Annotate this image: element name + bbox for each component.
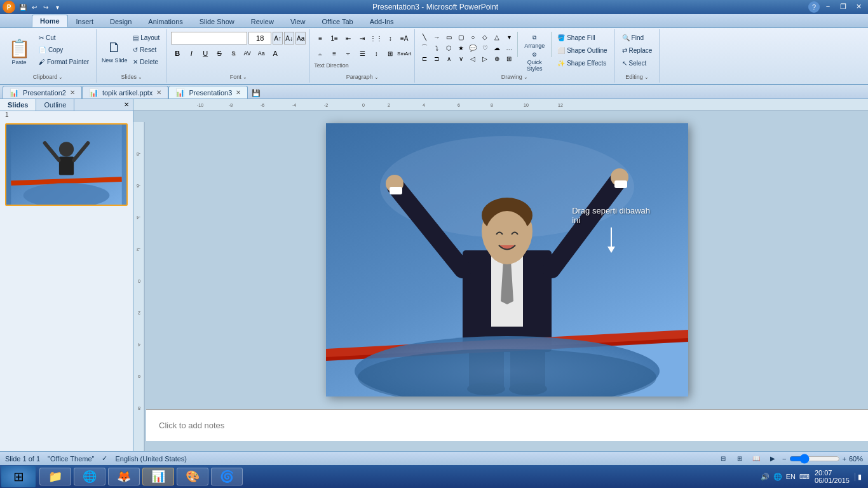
delete-button[interactable]: ✕ Delete xyxy=(130,56,163,67)
shape-diamond-btn[interactable]: ◇ xyxy=(479,32,491,42)
find-button[interactable]: 🔍 Find xyxy=(619,32,656,43)
shape-s6-btn[interactable]: ▷ xyxy=(479,53,491,64)
shape-oval-btn[interactable]: ○ xyxy=(467,32,478,42)
shape-triangle-btn[interactable]: △ xyxy=(491,32,503,42)
replace-button[interactable]: ⇄ Replace xyxy=(619,44,656,56)
cut-button[interactable]: ✂ Cut xyxy=(36,32,92,43)
editing-expand[interactable]: ⌄ xyxy=(644,74,649,80)
font-clear-btn[interactable]: Aa xyxy=(295,32,306,44)
align-left-btn[interactable]: ⫠ xyxy=(314,47,327,60)
char-spacing-btn[interactable]: AV xyxy=(241,47,254,60)
layout-button[interactable]: ▤ Layout xyxy=(130,32,163,43)
strikethrough-button[interactable]: S xyxy=(213,47,226,60)
slide-canvas[interactable]: Drag seperti dibawah ini xyxy=(326,123,688,396)
shape-line-btn[interactable]: ╲ xyxy=(419,32,430,42)
shape-s3-btn[interactable]: ∧ xyxy=(443,53,454,64)
shape-more2-btn[interactable]: … xyxy=(503,43,515,53)
shape-callout-btn[interactable]: 💬 xyxy=(467,43,478,53)
cols-btn[interactable]: ⋮⋮ xyxy=(370,32,383,44)
shape-fill-button[interactable]: 🪣 Shape Fill xyxy=(554,32,610,43)
taskbar-firefox[interactable]: 🦊 xyxy=(108,468,140,485)
restore-btn[interactable]: ❐ xyxy=(836,1,850,11)
normal-view-btn[interactable]: ⊟ xyxy=(716,453,730,464)
copy-button[interactable]: 📄 Copy xyxy=(36,44,92,55)
paragraph-expand[interactable]: ⌄ xyxy=(374,74,379,80)
shape-s5-btn[interactable]: ◁ xyxy=(467,53,478,64)
font-color-btn[interactable]: A xyxy=(269,47,281,60)
tab-save-icon[interactable]: 💾 xyxy=(248,88,264,98)
align-right-btn[interactable]: ⫟ xyxy=(342,47,355,60)
zoom-plus[interactable]: + xyxy=(843,455,846,463)
tab-insert[interactable]: Insert xyxy=(68,15,102,27)
slides-tab-outline[interactable]: Outline xyxy=(36,99,74,111)
inc-indent-btn[interactable]: ⇥ xyxy=(356,32,369,44)
shape-connector-btn[interactable]: ⤵ xyxy=(431,43,442,53)
redo-quick-btn[interactable]: ↪ xyxy=(41,2,51,12)
drawing-expand[interactable]: ⌄ xyxy=(524,74,528,80)
slides-tab-slides[interactable]: Slides xyxy=(0,99,36,111)
taskbar-photoshop[interactable]: 🎨 xyxy=(177,468,208,485)
taskbar-ie[interactable]: 🌐 xyxy=(74,468,105,485)
tab-home[interactable]: Home xyxy=(32,15,68,27)
shadow-button[interactable]: S xyxy=(227,47,240,60)
select-button[interactable]: ↖ Select xyxy=(619,57,656,69)
font-size-input[interactable] xyxy=(248,32,271,44)
justify-btn[interactable]: ☰ xyxy=(356,47,369,60)
qa-dropdown-btn[interactable]: ▾ xyxy=(52,2,62,12)
help-btn[interactable]: ? xyxy=(808,1,820,13)
tab-addins[interactable]: Add-Ins xyxy=(362,15,402,27)
arrange-button[interactable]: ⧉ Arrange xyxy=(520,32,548,51)
slideshow-btn[interactable]: ▶ xyxy=(766,453,780,464)
font-expand[interactable]: ⌄ xyxy=(243,74,247,80)
notes-area[interactable]: Click to add notes xyxy=(146,409,868,441)
tab-presentation3[interactable]: 📊 Presentation3 ✕ xyxy=(168,86,248,98)
tab-topik-close[interactable]: ✕ xyxy=(156,89,161,96)
shape-s7-btn[interactable]: ⊕ xyxy=(491,53,503,64)
quick-styles-button[interactable]: ⚙ Quick Styles xyxy=(520,52,548,71)
tab-topik[interactable]: 📊 topik artikel.pptx ✕ xyxy=(82,86,168,98)
tab-design[interactable]: Design xyxy=(102,15,140,27)
save-quick-btn[interactable]: 💾 xyxy=(18,2,28,12)
tab-presentation2-close[interactable]: ✕ xyxy=(70,89,75,96)
shape-outline-button[interactable]: ⬜ Shape Outline xyxy=(554,44,610,56)
line-spacing-btn[interactable]: ↕ xyxy=(370,47,383,60)
tab-officetab[interactable]: Office Tab xyxy=(314,15,362,27)
shape-star-btn[interactable]: ★ xyxy=(455,43,466,53)
tab-review[interactable]: Review xyxy=(243,15,282,27)
taskbar-folder[interactable]: 📁 xyxy=(39,468,71,485)
clipboard-expand[interactable]: ⌄ xyxy=(58,74,63,80)
case-change-btn[interactable]: Aa xyxy=(255,47,268,60)
show-desktop-btn[interactable]: ▮ xyxy=(855,473,862,481)
tab-slideshow[interactable]: Slide Show xyxy=(191,15,243,27)
dir-btn[interactable]: ↕ xyxy=(384,32,397,44)
zoom-minus[interactable]: − xyxy=(782,455,786,463)
slide-thumbnail-1[interactable] xyxy=(5,123,128,206)
shape-arrow-btn[interactable]: → xyxy=(431,32,442,42)
smartart-btn[interactable]: SmArt xyxy=(398,47,410,60)
slides-panel-close[interactable]: ✕ xyxy=(120,99,133,111)
reset-button[interactable]: ↺ Reset xyxy=(130,44,163,55)
para-col-btn[interactable]: ⊞ xyxy=(384,47,397,60)
minimize-btn[interactable]: − xyxy=(821,1,835,11)
format-painter-button[interactable]: 🖌 Format Painter xyxy=(36,56,92,67)
taskbar-powerpoint[interactable]: 📊 xyxy=(142,468,174,485)
tab-view[interactable]: View xyxy=(282,15,314,27)
shape-rect-btn[interactable]: ▭ xyxy=(443,32,454,42)
align-center-btn[interactable]: ≡ xyxy=(328,47,341,60)
shape-s8-btn[interactable]: ⊞ xyxy=(503,53,515,64)
start-button[interactable]: ⊞ xyxy=(1,466,36,487)
slide-sorter-btn[interactable]: ⊞ xyxy=(733,453,747,464)
shape-heart-btn[interactable]: ♡ xyxy=(479,43,491,53)
align-text-btn[interactable]: ≡A xyxy=(398,32,410,44)
font-name-input[interactable] xyxy=(171,32,247,44)
underline-button[interactable]: U xyxy=(199,47,212,60)
shape-more-btn[interactable]: ▾ xyxy=(503,32,515,42)
slides-expand[interactable]: ⌄ xyxy=(138,74,142,80)
paste-button[interactable]: 📋 Paste xyxy=(4,32,34,71)
italic-button[interactable]: I xyxy=(185,47,198,60)
bullets-btn[interactable]: ≡ xyxy=(314,32,327,44)
shape-s4-btn[interactable]: ∨ xyxy=(455,53,466,64)
font-size-decrease-btn[interactable]: A↓ xyxy=(284,32,294,44)
close-btn[interactable]: ✕ xyxy=(851,1,865,11)
shape-effects-button[interactable]: ✨ Shape Effects xyxy=(554,57,610,69)
